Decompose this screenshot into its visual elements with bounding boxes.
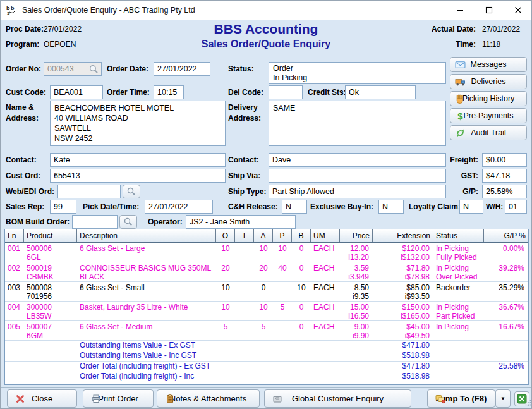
operator-field[interactable]: JS2 - Jane Smith: [186, 215, 296, 229]
table-row[interactable]: 001 5000066GL 6 Glass Set - Large 10 10 …: [5, 243, 528, 262]
truck-icon: [455, 76, 466, 87]
order-time-field[interactable]: 10:15: [154, 85, 184, 99]
col-header-a[interactable]: A: [254, 229, 273, 242]
line-items-table: Ln Product Description O I A P B UM Pric…: [4, 229, 529, 385]
global-customer-enquiry-button[interactable]: Global Customer Enquiry: [264, 389, 411, 408]
envelope-icon: [455, 59, 466, 70]
table-row[interactable]: 005 5000076GM 6 Glass Set - Medium 5 5 0…: [5, 321, 528, 341]
del-code-field[interactable]: [269, 85, 303, 99]
cell-um: EACH: [311, 322, 340, 340]
webedi-field[interactable]: [57, 185, 121, 198]
table-row[interactable]: 004 300000LB35W Basket, Laundry 35 Litre…: [5, 302, 528, 321]
col-header-gp[interactable]: G/P %: [484, 229, 528, 242]
pick-datetime-field[interactable]: 27/01/2022: [145, 200, 213, 214]
sales-rep-field[interactable]: 99: [50, 200, 76, 214]
hand-icon: [455, 94, 466, 104]
cell-status: In PickingOver Picked: [433, 264, 484, 281]
gp-field[interactable]: 25.58%: [482, 185, 527, 198]
cell-um: EACH: [311, 303, 340, 320]
ch-release-field[interactable]: N: [282, 200, 307, 214]
cust-ord-field[interactable]: 655413: [50, 169, 226, 183]
print-order-button[interactable]: Print Order: [83, 389, 154, 408]
col-header-i[interactable]: I: [235, 229, 254, 242]
ship-via-field[interactable]: [269, 169, 446, 183]
proc-date-label: Proc Date:: [6, 25, 44, 34]
cell-extension: $71.80i$78.98: [373, 264, 433, 281]
minimize-icon: [455, 5, 465, 15]
bom-search-button[interactable]: [119, 215, 137, 229]
bom-build-order-field[interactable]: [72, 215, 118, 229]
search-icon[interactable]: [88, 64, 99, 76]
cell-o: 10: [216, 244, 235, 262]
deliveries-button[interactable]: Deliveries: [450, 74, 527, 89]
cell-p: 5: [273, 303, 292, 320]
credit-sts-field[interactable]: Ok: [345, 85, 416, 99]
col-header-price[interactable]: Price: [340, 229, 373, 242]
close-window-button[interactable]: [504, 1, 532, 20]
freight-label: Freight:: [443, 156, 478, 164]
program-label: Program:: [6, 40, 39, 49]
pre-payments-button[interactable]: $ Pre-Payments: [450, 108, 527, 123]
cust-code-field[interactable]: BEA001: [50, 85, 103, 99]
wh-field[interactable]: 01: [505, 200, 527, 214]
col-header-extension[interactable]: Extension: [373, 229, 433, 242]
delivery-contact-field[interactable]: Dave: [269, 153, 446, 167]
total-gp: 25.58%: [484, 362, 528, 372]
messages-button[interactable]: Messages: [450, 57, 527, 72]
table-row[interactable]: 003 500008701956 6 Glass Set - Small 10 …: [5, 282, 528, 302]
col-header-o[interactable]: O: [216, 229, 235, 242]
order-date-field[interactable]: 27/01/2022: [154, 62, 210, 76]
cell-i: [235, 264, 254, 281]
jump-to-button[interactable]: Jump To (F8): [427, 389, 495, 408]
close-button-label: Close: [32, 394, 52, 403]
cell-status: In PickingPart Picked: [433, 303, 484, 320]
cell-ln: 001: [5, 244, 24, 262]
maximize-button[interactable]: [475, 1, 504, 20]
cell-o: 10: [216, 303, 235, 320]
order-no-field[interactable]: 000543: [44, 62, 102, 76]
col-header-um[interactable]: UM: [311, 229, 340, 242]
status-label: Status:: [228, 64, 254, 73]
delivery-address-field[interactable]: SAME: [269, 101, 446, 146]
notes-attachments-button[interactable]: Notes & Attachments: [157, 389, 260, 408]
loyalty-claim-field[interactable]: N: [459, 200, 483, 214]
name-address-label: Name &: [6, 103, 34, 112]
ship-type-field[interactable]: Part Ship Allowed: [269, 185, 446, 198]
status-field[interactable]: Order In Picking: [269, 62, 446, 84]
col-header-ln[interactable]: Ln: [5, 229, 24, 242]
cell-gp: 35.29%: [484, 283, 528, 301]
jump-to-dropdown-button[interactable]: ▼: [495, 389, 511, 408]
cell-p: 40: [273, 264, 292, 281]
exclusive-buyin-field[interactable]: N: [378, 200, 404, 214]
cell-a: 10: [254, 244, 273, 262]
pick-datetime-label: Pick Date/Time:: [83, 202, 139, 211]
webedi-search-button[interactable]: [123, 185, 140, 198]
col-header-b[interactable]: B: [292, 229, 311, 242]
table-row[interactable]: 002 500019CBMBK CONNOISSEUR BASICS MUG 3…: [5, 262, 528, 282]
name-address-field[interactable]: BEACHCOMBER HOTEL MOTEL 40 WILLIAMS ROAD…: [50, 101, 226, 146]
col-header-status[interactable]: Status: [433, 229, 484, 242]
red-x-icon: [15, 394, 25, 404]
cell-price: 15.00i16.50: [340, 303, 373, 320]
ch-release-label: C&H Release:: [228, 202, 278, 211]
picking-history-button-label: Picking History: [462, 94, 515, 103]
minimize-button[interactable]: [445, 1, 475, 20]
gp-label: G/P:: [443, 187, 478, 196]
contact-label: Contact:: [6, 156, 37, 164]
order-no-label: Order No:: [6, 64, 41, 73]
cell-um: EACH: [311, 264, 340, 281]
cell-product: 300000LB35W: [24, 303, 77, 320]
close-button[interactable]: Close: [7, 389, 77, 408]
cell-a: 5: [254, 322, 273, 340]
cell-product: 500019CBMBK: [24, 264, 77, 281]
gst-field[interactable]: $47.18: [482, 169, 527, 183]
col-header-product[interactable]: Product: [24, 229, 77, 242]
resize-grip[interactable]: [525, 397, 531, 408]
sales-rep-label: Sales Rep:: [6, 202, 44, 211]
col-header-p[interactable]: P: [273, 229, 292, 242]
freight-field[interactable]: $0.00: [482, 153, 527, 167]
picking-history-button[interactable]: Picking History: [450, 91, 527, 106]
audit-trail-button[interactable]: Audit Trail: [450, 125, 527, 140]
contact-field[interactable]: Kate: [50, 153, 226, 167]
col-header-description[interactable]: Description: [77, 229, 216, 242]
